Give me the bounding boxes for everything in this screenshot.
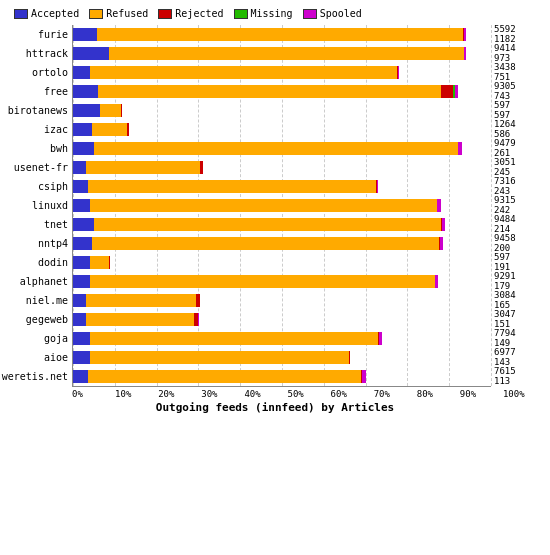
right-label-furie: 55921182 (491, 25, 546, 44)
bar-row-httrack (73, 44, 491, 63)
rejected-swatch (158, 9, 172, 19)
bar-spooled-gegeweb (198, 313, 199, 326)
bar-refused-niel.me (86, 294, 197, 307)
bar-refused-izac (92, 123, 128, 136)
right-label-birotanews: 597597 (491, 101, 546, 120)
y-label-httrack: httrack (4, 44, 72, 63)
y-label-weretis.net: weretis.net (4, 367, 72, 386)
bar-accepted-furie (73, 28, 97, 41)
bar-rejected-izac (127, 123, 128, 136)
bar-refused-bwh (94, 142, 458, 155)
bar-refused-gegeweb (86, 313, 195, 326)
y-label-csiph: csiph (4, 177, 72, 196)
y-label-linuxd: linuxd (4, 196, 72, 215)
bar-accepted-linuxd (73, 199, 90, 212)
bar-spooled-goja (379, 332, 382, 345)
bar-accepted-ortolo (73, 66, 90, 79)
bar-accepted-alphanet (73, 275, 90, 288)
bar-accepted-gegeweb (73, 313, 86, 326)
bar-row-free (73, 82, 491, 101)
bar-spooled-weretis.net (362, 370, 365, 383)
bar-accepted-nntp4 (73, 237, 92, 250)
bar-accepted-birotanews (73, 104, 100, 117)
bar-row-csiph (73, 177, 491, 196)
right-label-linuxd: 9315242 (491, 196, 546, 215)
bar-spooled-httrack (464, 47, 466, 60)
bar-row-ortolo (73, 63, 491, 82)
bar-row-niel.me (73, 291, 491, 310)
y-label-tnet: tnet (4, 215, 72, 234)
bar-spooled-furie (464, 28, 466, 41)
bar-refused-goja (90, 332, 378, 345)
right-label-usenet-fr: 3051245 (491, 158, 546, 177)
bar-accepted-dodin (73, 256, 90, 269)
bar-accepted-csiph (73, 180, 88, 193)
x-label-9: 90% (460, 389, 503, 399)
bar-row-tnet (73, 215, 491, 234)
bar-row-linuxd (73, 196, 491, 215)
legend-spooled: Spooled (303, 8, 362, 19)
bar-row-usenet-fr (73, 158, 491, 177)
bar-accepted-goja (73, 332, 90, 345)
right-label-gegeweb: 3047151 (491, 310, 546, 329)
right-label-dodin: 597191 (491, 253, 546, 272)
bar-refused-dodin (90, 256, 109, 269)
right-label-nntp4: 9458200 (491, 234, 546, 253)
y-label-birotanews: birotanews (4, 101, 72, 120)
x-label-1: 10% (115, 389, 158, 399)
right-label-free: 9305743 (491, 82, 546, 101)
bar-spooled-alphanet (435, 275, 438, 288)
x-axis: 0%10%20%30%40%50%60%70%80%90%100% (4, 389, 546, 399)
bar-refused-linuxd (90, 199, 437, 212)
bar-spooled-bwh (458, 142, 461, 155)
spooled-swatch (303, 9, 317, 19)
legend-refused-label: Refused (106, 8, 148, 19)
right-label-ortolo: 3438751 (491, 63, 546, 82)
right-label-alphanet: 9291179 (491, 272, 546, 291)
right-label-httrack: 9414973 (491, 44, 546, 63)
bar-accepted-bwh (73, 142, 94, 155)
bar-spooled-nntp4 (440, 237, 443, 250)
bar-row-birotanews (73, 101, 491, 120)
x-label-7: 70% (374, 389, 417, 399)
bar-row-weretis.net (73, 367, 491, 386)
bar-refused-httrack (109, 47, 464, 60)
bar-refused-csiph (88, 180, 376, 193)
right-label-weretis.net: 7615113 (491, 367, 546, 386)
legend-missing-label: Missing (251, 8, 293, 19)
bar-row-aioe (73, 348, 491, 367)
bar-rejected-free (441, 85, 453, 98)
bar-refused-alphanet (90, 275, 435, 288)
bar-spooled-tnet (442, 218, 445, 231)
right-labels: 5592118294149733438751930574359759712645… (491, 25, 546, 387)
legend-rejected: Rejected (158, 8, 223, 19)
chart-container: Accepted Refused Rejected Missing Spoole… (0, 0, 550, 555)
y-label-izac: izac (4, 120, 72, 139)
right-label-aioe: 6977143 (491, 348, 546, 367)
chart-title: Outgoing feeds (innfeed) by Articles (4, 401, 546, 414)
bar-rejected-aioe (349, 351, 350, 364)
bar-refused-weretis.net (88, 370, 362, 383)
x-label-8: 80% (417, 389, 460, 399)
bar-row-nntp4 (73, 234, 491, 253)
y-label-furie: furie (4, 25, 72, 44)
bar-accepted-izac (73, 123, 92, 136)
right-label-goja: 7794149 (491, 329, 546, 348)
x-label-5: 50% (287, 389, 330, 399)
bar-refused-usenet-fr (86, 161, 201, 174)
bar-row-gegeweb (73, 310, 491, 329)
y-label-bwh: bwh (4, 139, 72, 158)
bar-refused-nntp4 (92, 237, 439, 250)
right-label-bwh: 9479261 (491, 139, 546, 158)
legend-missing: Missing (234, 8, 293, 19)
legend: Accepted Refused Rejected Missing Spoole… (4, 8, 546, 19)
bar-refused-free (98, 85, 441, 98)
x-label-0: 0% (72, 389, 115, 399)
bar-row-bwh (73, 139, 491, 158)
x-label-4: 40% (244, 389, 287, 399)
right-label-tnet: 9484214 (491, 215, 546, 234)
y-label-aioe: aioe (4, 348, 72, 367)
bar-rejected-usenet-fr (200, 161, 202, 174)
bar-rejected-niel.me (196, 294, 199, 307)
x-label-6: 60% (331, 389, 374, 399)
